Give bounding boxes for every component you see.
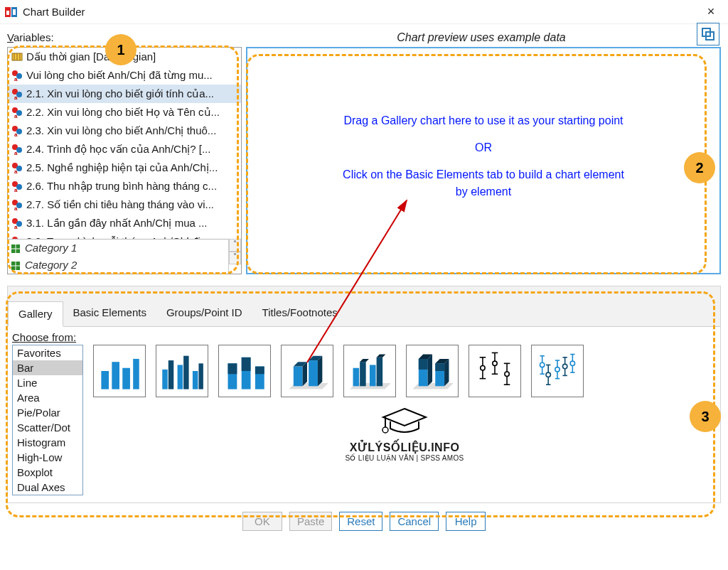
- nominal-icon: a: [11, 106, 23, 119]
- nominal-icon: a: [11, 180, 23, 193]
- variable-item[interactable]: a2.6. Thu nhập trung bình hàng tháng c..…: [8, 177, 241, 195]
- titlebar: Chart Builder ×: [0, 0, 728, 24]
- variable-label: 3.2. Trung bình mỗi tháng Anh/Chị đi ...: [26, 234, 213, 239]
- variable-item[interactable]: a3.1. Lần gần đây nhất Anh/Chị mua ...: [8, 214, 241, 232]
- variable-item[interactable]: Dấu thời gian [Dauthoigian]: [8, 48, 241, 66]
- svg-marker-68: [318, 356, 322, 387]
- svg-marker-80: [428, 355, 432, 387]
- tab-basic-elements[interactable]: Basic Elements: [63, 301, 156, 326]
- svg-text:a: a: [14, 187, 18, 193]
- nominal-icon: a: [11, 87, 23, 100]
- variable-item[interactable]: a2.2. Xin vui lòng cho biết Họ và Tên củ…: [8, 103, 241, 122]
- chart-thumb-3d-bar-simple[interactable]: [281, 345, 333, 397]
- variable-label: 2.6. Thu nhập trung bình hàng tháng c...: [26, 178, 217, 194]
- categories-scrollbar[interactable]: ˄ ˅: [228, 239, 241, 274]
- variable-item[interactable]: a3.2. Trung bình mỗi tháng Anh/Chị đi ..…: [8, 232, 241, 239]
- chart-thumb-stacked-bar[interactable]: [218, 345, 271, 397]
- categories-list[interactable]: Category 1Category 2: [8, 239, 228, 274]
- chart-type-bar[interactable]: Bar: [13, 360, 82, 375]
- variable-item[interactable]: a2.4. Trình độ học vấn của Anh/Chị? [...: [8, 140, 241, 158]
- svg-point-92: [493, 361, 497, 365]
- tab-titles-footnotes[interactable]: Titles/Footnotes: [252, 301, 348, 326]
- category-item[interactable]: Category 2: [8, 257, 228, 274]
- variable-item[interactable]: a2.3. Xin vui lòng cho biết Anh/Chị thuô…: [8, 122, 241, 140]
- svg-rect-82: [435, 363, 444, 371]
- chart-thumb-simple-bar[interactable]: [93, 345, 146, 397]
- chart-type-dual-axes[interactable]: Dual Axes: [13, 480, 82, 495]
- variable-label: 3.1. Lần gần đây nhất Anh/Chị mua ...: [26, 215, 207, 231]
- variables-list[interactable]: Dấu thời gian [Dauthoigian]aVui lòng cho…: [8, 48, 241, 239]
- chart-thumb-error-bar-clustered[interactable]: [531, 345, 584, 397]
- gallery-panel: Choose from: FavoritesBarLineAreaPie/Pol…: [7, 327, 721, 503]
- chart-type-favorites[interactable]: Favorites: [13, 345, 82, 360]
- variable-label: 2.5. Nghề nghiệp hiện tại của Anh/Chị...: [26, 160, 218, 176]
- svg-point-88: [481, 366, 485, 370]
- preview-hint: Chart preview uses example data: [242, 31, 721, 44]
- svg-rect-54: [193, 371, 198, 389]
- tab-groups-point-id[interactable]: Groups/Point ID: [156, 301, 252, 326]
- svg-text:a: a: [14, 224, 18, 230]
- variable-item[interactable]: a2.7. Số tiền chi tiêu hàng tháng vào vi…: [8, 195, 241, 214]
- svg-marker-75: [377, 355, 386, 357]
- svg-rect-48: [122, 368, 130, 389]
- chart-type-pie-polar[interactable]: Pie/Polar: [13, 405, 82, 420]
- chart-preview-dropzone[interactable]: Drag a Gallery chart here to use it as y…: [246, 47, 721, 274]
- svg-rect-50: [162, 370, 167, 389]
- window-title: Chart Builder: [23, 6, 698, 18]
- svg-text:a: a: [14, 150, 18, 156]
- category-item[interactable]: Category 1: [8, 240, 228, 257]
- svg-rect-78: [419, 359, 428, 370]
- chart-type-list[interactable]: FavoritesBarLineAreaPie/PolarScatter/Dot…: [12, 345, 83, 495]
- svg-rect-47: [112, 362, 119, 389]
- svg-rect-2: [6, 11, 9, 15]
- svg-marker-84: [444, 359, 449, 386]
- chart-type-high-low[interactable]: High-Low: [13, 450, 82, 465]
- svg-point-108: [570, 361, 574, 365]
- svg-rect-63: [294, 367, 303, 387]
- chart-type-histogram[interactable]: Histogram: [13, 435, 82, 450]
- svg-text:a: a: [14, 168, 18, 174]
- chart-thumb-clustered-bar[interactable]: [156, 345, 208, 397]
- chart-thumb-3d-bar-clustered[interactable]: [343, 345, 396, 397]
- close-button[interactable]: ×: [698, 4, 724, 19]
- svg-rect-59: [242, 357, 251, 371]
- category-label: Category 2: [25, 258, 77, 272]
- chart-type-scatter-dot[interactable]: Scatter/Dot: [13, 420, 82, 435]
- svg-rect-66: [309, 360, 318, 386]
- scroll-up-icon[interactable]: ˄: [229, 239, 241, 252]
- svg-point-116: [562, 364, 567, 368]
- variable-item[interactable]: a2.1. Xin vui lòng cho biết giới tính củ…: [8, 85, 241, 103]
- scroll-down-icon[interactable]: ˅: [229, 252, 241, 264]
- svg-rect-51: [168, 360, 173, 389]
- chart-type-line[interactable]: Line: [13, 375, 82, 390]
- variable-label: 2.1. Xin vui lòng cho biết giới tính của…: [26, 86, 214, 102]
- tab-gallery[interactable]: Gallery: [8, 301, 63, 327]
- svg-rect-53: [183, 356, 188, 389]
- chart-type-boxplot[interactable]: Boxplot: [13, 465, 82, 480]
- chart-thumb-3d-bar-stacked[interactable]: [406, 345, 459, 397]
- variable-label: 2.7. Số tiền chi tiêu hàng tháng vào vi.…: [26, 197, 214, 213]
- paste-button[interactable]: Paste: [289, 512, 332, 531]
- svg-point-96: [505, 372, 509, 376]
- help-button[interactable]: Help: [446, 512, 486, 531]
- svg-point-112: [546, 372, 550, 377]
- variables-panel: Dấu thời gian [Dauthoigian]aVui lòng cho…: [7, 47, 242, 274]
- chart-type-area[interactable]: Area: [13, 390, 82, 405]
- svg-rect-57: [228, 363, 237, 374]
- svg-rect-49: [133, 359, 139, 389]
- variables-label: Variables:: [7, 31, 242, 44]
- choose-from-label: Choose from:: [12, 331, 716, 343]
- variable-label: Dấu thời gian [Dauthoigian]: [26, 49, 156, 65]
- variable-item[interactable]: aVui lòng cho biết Anh/Chị đã từng mu...: [8, 66, 241, 85]
- svg-text:a: a: [14, 113, 18, 119]
- cancel-button[interactable]: Cancel: [390, 512, 439, 531]
- svg-marker-74: [360, 359, 369, 362]
- element-properties-button[interactable]: [697, 23, 719, 45]
- chart-thumb-error-bar-simple[interactable]: [469, 345, 521, 397]
- ok-button[interactable]: OK: [242, 512, 282, 531]
- watermark: XỬLÝSỐLIỆU.INFO SỐ LIỆU LUẬN VĂN | SPSS …: [93, 404, 716, 462]
- reset-button[interactable]: Reset: [339, 512, 382, 531]
- variable-item[interactable]: a2.5. Nghề nghiệp hiện tại của Anh/Chị..…: [8, 158, 241, 177]
- svg-text:a: a: [14, 131, 18, 137]
- app-icon: [4, 5, 18, 19]
